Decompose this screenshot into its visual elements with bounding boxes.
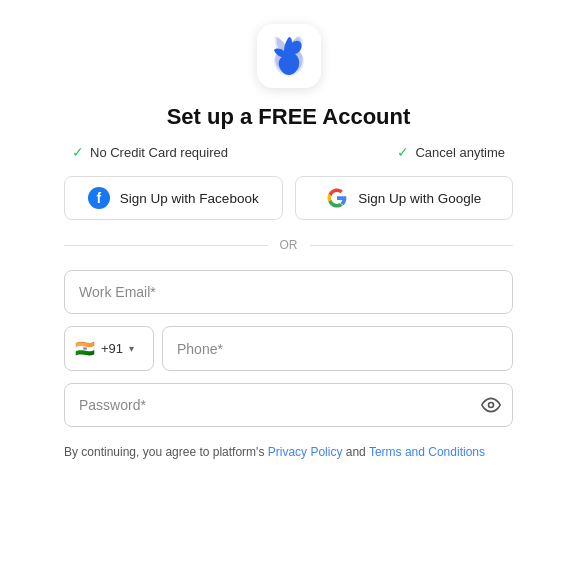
divider-left [64,245,268,246]
check-no-credit-card: ✓ No Credit Card required [72,144,228,160]
toggle-password-button[interactable] [481,395,501,415]
google-signup-label: Sign Up with Google [358,191,481,206]
password-group [64,383,513,427]
facebook-icon: f [88,187,110,209]
checks-row: ✓ No Credit Card required ✓ Cancel anyti… [64,144,513,160]
phone-row: 🇮🇳 +91 ▾ [64,326,513,371]
brand-logo [271,34,307,78]
footer-prefix: By continuing, you agree to platform's [64,445,268,459]
chevron-down-icon: ▾ [129,343,134,354]
svg-point-0 [489,403,494,408]
eye-icon [481,395,501,415]
signup-container: Set up a FREE Account ✓ No Credit Card r… [0,0,577,493]
divider-text: OR [280,238,298,252]
checkmark-icon-2: ✓ [397,144,409,160]
terms-conditions-link[interactable]: Terms and Conditions [369,445,485,459]
email-input[interactable] [64,270,513,314]
privacy-policy-link[interactable]: Privacy Policy [268,445,343,459]
check-label-1: No Credit Card required [90,145,228,160]
password-input[interactable] [64,383,513,427]
country-selector[interactable]: 🇮🇳 +91 ▾ [64,326,154,371]
check-cancel-anytime: ✓ Cancel anytime [397,144,505,160]
facebook-signup-button[interactable]: f Sign Up with Facebook [64,176,283,220]
divider-row: OR [64,238,513,252]
phone-input[interactable] [162,326,513,371]
check-label-2: Cancel anytime [415,145,505,160]
email-group [64,270,513,314]
footer-and: and [342,445,368,459]
country-flag: 🇮🇳 [75,339,95,358]
facebook-signup-label: Sign Up with Facebook [120,191,259,206]
google-signup-button[interactable]: Sign Up with Google [295,176,514,220]
checkmark-icon-1: ✓ [72,144,84,160]
footer-text: By continuing, you agree to platform's P… [64,443,513,461]
divider-right [310,245,514,246]
page-title: Set up a FREE Account [167,104,411,130]
country-code: +91 [101,341,123,356]
logo-wrapper [257,24,321,88]
social-buttons-row: f Sign Up with Facebook Sign Up with Goo… [64,176,513,220]
google-icon [326,187,348,209]
